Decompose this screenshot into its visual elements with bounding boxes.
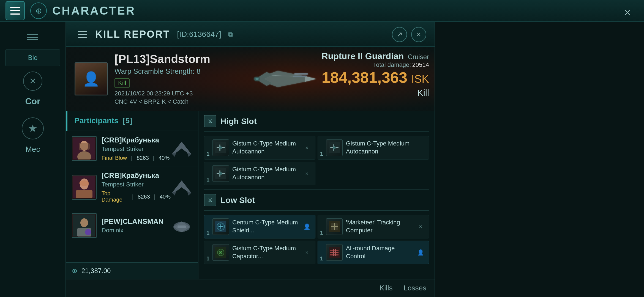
participant-avatar-1 bbox=[72, 136, 97, 161]
damage-row: Total damage: 20514 bbox=[322, 61, 429, 68]
equipment-item-ls-4[interactable]: 1 All-round Damage Control bbox=[318, 241, 429, 264]
sidebar-bio-section[interactable]: Bio bbox=[5, 50, 60, 66]
svg-point-32 bbox=[219, 146, 222, 149]
participants-panel: Participants [5] [CRB]Крабунька Tempes bbox=[66, 111, 198, 279]
equipment-item-hs-3[interactable]: 1 Gistum C-Type Medium Autocannon bbox=[318, 136, 429, 160]
kill-location: CNC-4V < BRP2-K < Catch bbox=[114, 98, 210, 105]
stat-pipe-2: | bbox=[153, 155, 154, 161]
participants-spacer bbox=[66, 243, 198, 262]
kills-button[interactable]: Kills bbox=[380, 284, 393, 292]
sidebar-x-button[interactable]: ✕ bbox=[23, 72, 42, 91]
right-content-area bbox=[435, 22, 644, 297]
kr-close-button[interactable]: × bbox=[411, 27, 426, 42]
equipment-name-ls-3: Gistum C-Type Medium Capacitor... bbox=[232, 244, 301, 260]
avatar-face: 👤 bbox=[75, 63, 107, 95]
participant-ship-1: Tempest Striker bbox=[102, 145, 171, 153]
equipment-item-hs-1[interactable]: 1 Gistum C-Type Medium Autocannon × bbox=[204, 136, 315, 160]
hamburger-line-1 bbox=[10, 7, 20, 8]
equipment-icon-ls-3 bbox=[212, 244, 229, 261]
equipment-name-ls-2: 'Marketeer' Tracking Computer bbox=[346, 219, 414, 234]
sidebar: Bio ✕ Cor ★ Mec bbox=[0, 22, 66, 297]
svg-point-36 bbox=[333, 146, 336, 149]
high-slot-separator bbox=[204, 131, 429, 132]
participant-ship-3: Dominix bbox=[102, 227, 171, 234]
close-icon: × bbox=[417, 30, 421, 39]
participant-avatar-svg-2 bbox=[73, 176, 95, 198]
participant-ship-2: Tempest Striker bbox=[102, 181, 171, 188]
low-slot-section: ⚔ Low Slot 1 bbox=[198, 190, 435, 268]
svg-point-40 bbox=[219, 172, 222, 175]
sidebar-menu-button[interactable] bbox=[24, 30, 41, 44]
damage-value: 20514 bbox=[412, 61, 429, 68]
kr-menu-button[interactable] bbox=[75, 27, 90, 42]
ship-display bbox=[242, 47, 324, 111]
x-icon: ✕ bbox=[29, 76, 37, 86]
participant-avatar-svg-1 bbox=[73, 138, 95, 160]
stat-pipe-1: | bbox=[131, 155, 132, 161]
low-slot-grid: 1 Centum C-Type Medium Shield... 👤 bbox=[204, 215, 429, 264]
svg-marker-1 bbox=[305, 76, 316, 82]
final-blow-tag: Final Blow bbox=[102, 155, 127, 161]
participant-info-2: [CRB]Крабунька Tempest Striker Top Damag… bbox=[102, 171, 171, 203]
participant-pct-2: 40% bbox=[160, 194, 171, 200]
equipment-panel: ⚔ High Slot 1 bbox=[198, 111, 435, 279]
star-icon: ★ bbox=[28, 122, 37, 134]
participant-avatar-3: i bbox=[72, 213, 97, 238]
hamburger-button[interactable] bbox=[6, 1, 25, 20]
kr-export-button[interactable]: ↗ bbox=[392, 27, 407, 42]
attacker-name: [PL13]Sandstorm bbox=[114, 53, 210, 66]
sidebar-menu-line-3 bbox=[27, 39, 38, 40]
svg-rect-52 bbox=[330, 250, 339, 251]
participant-ship-icon-1 bbox=[171, 139, 193, 158]
equipment-name-hs-3: Gistum C-Type Medium Autocannon bbox=[346, 140, 425, 155]
sidebar-mec-label: Mec bbox=[26, 145, 40, 154]
equipment-item-ls-3[interactable]: 1 Gistum C-Type Medium Capacitor... × bbox=[204, 241, 315, 264]
participant-damage-2: 8263 bbox=[138, 194, 150, 200]
participants-label: Participants bbox=[74, 116, 118, 125]
sidebar-menu-line-1 bbox=[27, 34, 38, 35]
participant-damage-1: 8263 bbox=[137, 155, 149, 161]
damage-label: Total damage: bbox=[373, 61, 411, 68]
svg-point-24 bbox=[80, 218, 88, 227]
equipment-close-ls-2[interactable]: × bbox=[416, 222, 425, 231]
copy-icon[interactable]: ⧉ bbox=[228, 31, 233, 38]
equipment-icon-ls-4 bbox=[326, 244, 343, 261]
equipment-qty-ls-2: 1 bbox=[320, 230, 323, 236]
equipment-close-hs-1[interactable]: × bbox=[303, 144, 311, 152]
svg-rect-55 bbox=[333, 249, 334, 256]
svg-rect-54 bbox=[330, 254, 339, 255]
participant-item-3: i [PEW]CLANSMAN Dominix bbox=[66, 208, 198, 243]
svg-marker-13 bbox=[172, 142, 191, 154]
kill-date: 2021/10/02 00:23:29 UTC +3 bbox=[114, 90, 210, 97]
equipment-icon-hs-3 bbox=[326, 139, 343, 156]
main-close-button[interactable]: × bbox=[619, 4, 636, 21]
sidebar-star-button[interactable]: ★ bbox=[22, 117, 44, 139]
equipment-close-hs-2[interactable]: × bbox=[303, 169, 311, 178]
equipment-item-ls-2[interactable]: 1 'Marketeer' Tracking Computer × bbox=[318, 215, 429, 238]
export-icon: ↗ bbox=[397, 30, 403, 39]
losses-button[interactable]: Losses bbox=[404, 284, 426, 292]
equipment-qty-ls-1: 1 bbox=[206, 230, 209, 236]
equipment-icon-hs-1 bbox=[212, 139, 229, 156]
top-bar: ⊕ CHARACTER × bbox=[0, 0, 644, 22]
high-slot-title: High Slot bbox=[220, 117, 257, 126]
participant-name-1: [CRB]Крабунька bbox=[102, 136, 171, 144]
participant-stats-2: Top Damage | 8263 | 40% bbox=[102, 190, 171, 203]
kr-menu-line-3 bbox=[78, 37, 87, 38]
kill-report-panel: KILL REPORT [ID:6136647] ⧉ ↗ × 👤 [PL13]S… bbox=[66, 22, 435, 297]
hamburger-line-2 bbox=[10, 10, 20, 11]
participant-info-3: [PEW]CLANSMAN Dominix bbox=[102, 217, 171, 234]
svg-rect-28 bbox=[178, 226, 186, 228]
kill-main-content: Participants [5] [CRB]Крабунька Tempes bbox=[66, 111, 435, 279]
equipment-item-hs-2[interactable]: 1 Gistum C-Type Medium Autocannon × bbox=[204, 162, 315, 185]
kill-info-section: 👤 [PL13]Sandstorm Warp Scramble Strength… bbox=[66, 47, 435, 111]
svg-rect-18 bbox=[76, 190, 92, 198]
participant-info-1: [CRB]Крабунька Tempest Striker Final Blo… bbox=[102, 136, 171, 161]
sidebar-bio-label: Bio bbox=[28, 54, 38, 61]
top-damage-tag: Top Damage bbox=[102, 190, 128, 203]
equipment-item-ls-1[interactable]: 1 Centum C-Type Medium Shield... 👤 bbox=[204, 215, 315, 238]
bottom-bar-value: ⊕ 21,387.00 bbox=[72, 267, 111, 275]
equipment-close-ls-3[interactable]: × bbox=[303, 248, 311, 257]
svg-rect-8 bbox=[293, 76, 307, 77]
high-slot-grid: 1 Gistum C-Type Medium Autocannon × bbox=[204, 136, 429, 185]
